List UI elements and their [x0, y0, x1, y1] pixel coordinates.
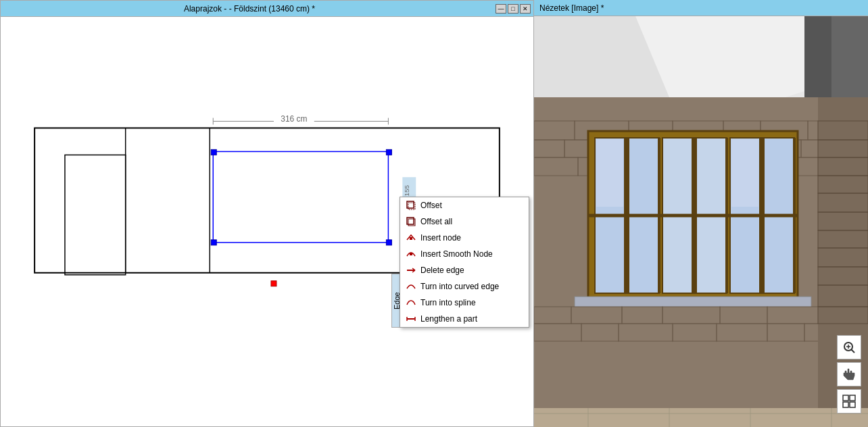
left-panel-title: Alaprajzok - - Földszint (13460 cm) *: [3, 4, 496, 14]
spline-icon: [406, 297, 416, 308]
left-title-bar: Alaprajzok - - Földszint (13460 cm) * — …: [1, 1, 533, 17]
context-menu: Offset Offset all: [400, 197, 529, 328]
menu-item-turn-spline[interactable]: Turn into spline: [400, 295, 529, 311]
svg-rect-87: [534, 408, 868, 427]
right-panel: Nézetek [Image] *: [534, 0, 868, 427]
menu-item-lengthen-part[interactable]: Lengthen a part: [400, 311, 529, 327]
building-3d-svg: [534, 16, 868, 427]
building-3d-view: [534, 16, 868, 427]
svg-line-106: [851, 349, 854, 353]
menu-item-offset-all[interactable]: Offset all: [400, 214, 529, 230]
zoom-in-button[interactable]: [837, 335, 861, 359]
insert-smooth-node-icon: [406, 249, 416, 259]
grid-button[interactable]: [837, 389, 861, 413]
pan-button[interactable]: [837, 362, 861, 386]
right-panel-title: Nézetek [Image] *: [539, 3, 604, 13]
svg-rect-12: [211, 149, 216, 155]
svg-rect-13: [386, 149, 391, 155]
main-layout: Alaprajzok - - Földszint (13460 cm) * — …: [0, 0, 868, 427]
right-title-bar: Nézetek [Image] *: [534, 0, 868, 16]
menu-item-insert-smooth-node-label: Insert Smooth Node: [420, 249, 493, 259]
svg-rect-112: [850, 402, 855, 407]
title-bar-controls: — □ ✕: [496, 4, 531, 14]
menu-item-delete-edge-label: Delete edge: [420, 266, 464, 275]
offset-all-icon: [406, 216, 416, 227]
curved-edge-icon: [406, 281, 416, 292]
menu-item-turn-curved-label: Turn into curved edge: [420, 282, 499, 291]
svg-rect-1: [65, 155, 126, 274]
svg-rect-61: [596, 139, 623, 207]
offset-icon: [406, 200, 416, 211]
minimize-button[interactable]: —: [496, 4, 506, 14]
svg-rect-14: [211, 240, 216, 245]
insert-node-icon: [406, 232, 416, 243]
left-panel: Alaprajzok - - Földszint (13460 cm) * — …: [0, 0, 534, 427]
delete-edge-icon: [406, 265, 416, 276]
svg-text:155: 155: [403, 184, 410, 196]
svg-rect-22: [410, 253, 412, 255]
menu-item-offset-label: Offset: [420, 201, 442, 210]
canvas-area: 316 cm 155: [1, 17, 533, 426]
lengthen-icon: [406, 313, 416, 324]
menu-item-offset[interactable]: Offset: [400, 197, 529, 214]
menu-item-offset-all-label: Offset all: [420, 217, 452, 226]
menu-item-insert-node[interactable]: Insert node: [400, 230, 529, 246]
svg-rect-4: [213, 151, 388, 243]
svg-rect-109: [843, 395, 848, 401]
menu-item-turn-curved[interactable]: Turn into curved edge: [400, 278, 529, 295]
close-button[interactable]: ✕: [520, 4, 531, 14]
svg-rect-111: [843, 402, 848, 407]
menu-item-insert-node-label: Insert node: [420, 233, 461, 243]
svg-text:316 cm: 316 cm: [281, 114, 307, 124]
menu-item-lengthen-part-label: Lengthen a part: [420, 314, 477, 324]
menu-item-delete-edge[interactable]: Delete edge: [400, 262, 529, 278]
svg-rect-16: [271, 281, 276, 286]
maximize-button[interactable]: □: [508, 4, 519, 14]
svg-rect-21: [410, 237, 412, 240]
svg-rect-62: [731, 139, 758, 207]
right-toolbar: [837, 335, 861, 413]
menu-item-insert-smooth-node[interactable]: Insert Smooth Node: [400, 246, 529, 262]
svg-rect-110: [850, 395, 855, 401]
menu-item-turn-spline-label: Turn into spline: [420, 298, 476, 307]
svg-rect-15: [386, 240, 391, 245]
